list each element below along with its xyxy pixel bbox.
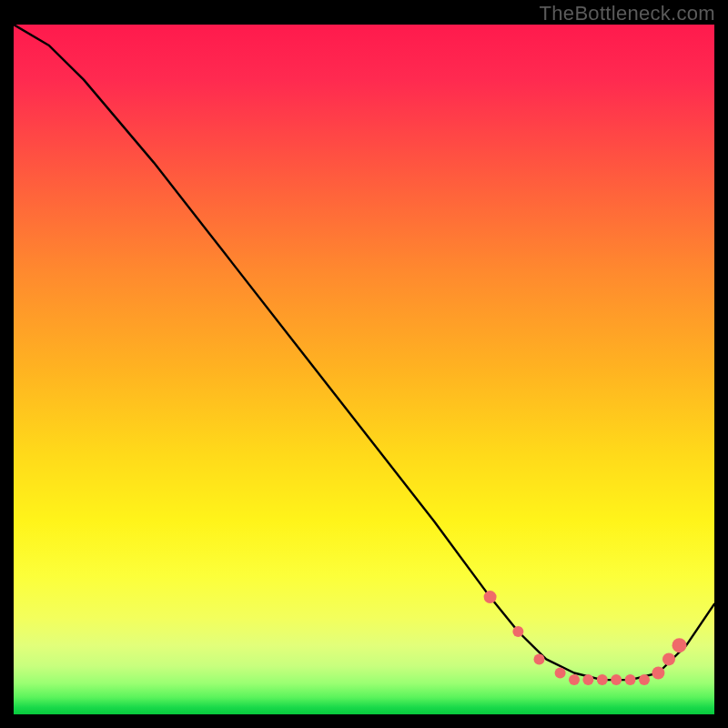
marker-dot (582, 674, 593, 685)
attribution-label: TheBottleneck.com (540, 2, 715, 25)
curve-markers (484, 591, 687, 685)
marker-dot (625, 674, 636, 685)
marker-dot (555, 668, 566, 679)
marker-dot (652, 667, 664, 680)
chart-frame: TheBottleneck.com (0, 0, 728, 728)
marker-dot (672, 638, 687, 652)
marker-dot (611, 674, 622, 685)
marker-dot (569, 674, 580, 685)
curve-layer (14, 25, 714, 714)
marker-dot (484, 591, 497, 603)
marker-dot (597, 674, 608, 685)
marker-dot (639, 674, 650, 685)
marker-dot (512, 626, 523, 637)
heat-gradient-plot (14, 25, 714, 714)
marker-dot (662, 652, 675, 665)
marker-dot (534, 653, 545, 664)
bottleneck-curve-line (14, 25, 714, 680)
